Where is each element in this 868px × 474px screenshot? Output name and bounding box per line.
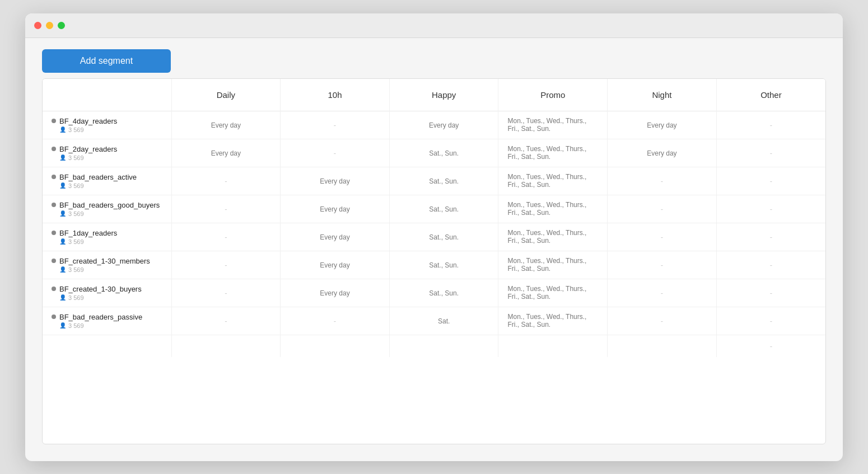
segment-dot (52, 315, 56, 319)
table-row[interactable]: BF_2day_readers 👤 3 569 Every day-Sat., … (43, 139, 825, 167)
segment-name-cell: BF_bad_readers_passive 👤 3 569 (52, 313, 162, 329)
cell-night: - (608, 167, 717, 195)
cell-night: Every day (608, 111, 717, 139)
dash: - (661, 317, 663, 325)
cell-daily: - (171, 279, 281, 307)
segment-count: 3 569 (68, 322, 84, 329)
dash: - (770, 177, 772, 185)
segment-name-cell: BF_bad_readers_active 👤 3 569 (52, 173, 162, 189)
table-row[interactable]: BF_bad_readers_good_buyers 👤 3 569 -Ever… (43, 195, 825, 223)
segment-name-cell: BF_1day_readers 👤 3 569 (52, 229, 162, 245)
dash: - (225, 289, 227, 297)
dash: - (770, 261, 772, 269)
segment-meta: 👤 3 569 (52, 238, 162, 245)
dash: - (225, 177, 227, 185)
cell-daily: Every day (171, 111, 281, 139)
content-area: Add segment Daily 10h Happy Promo Night … (25, 38, 843, 461)
segment-count: 3 569 (68, 182, 84, 189)
days-value: Every day (429, 121, 459, 129)
empty-10h-cell (281, 335, 390, 357)
days-value: Every day (320, 177, 349, 185)
days-value: Every day (647, 121, 676, 129)
col-header-10h: 10h (281, 79, 390, 111)
app-window: Add segment Daily 10h Happy Promo Night … (25, 13, 843, 461)
segment-name: BF_1day_readers (59, 229, 117, 237)
segment-name-cell: BF_bad_readers_good_buyers 👤 3 569 (52, 201, 162, 217)
person-icon: 👤 (59, 154, 66, 161)
table-row[interactable]: BF_created_1-30_members 👤 3 569 -Every d… (43, 251, 825, 279)
cell-daily: - (171, 223, 281, 251)
cell-other: - (716, 195, 825, 223)
empty-other-cell: - (716, 335, 825, 357)
days-value: Sat., Sun. (429, 261, 459, 269)
col-header-happy: Happy (389, 79, 498, 111)
days-value: Every day (320, 289, 349, 297)
days-value: Mon., Tues., Wed., Thurs., Fri., Sat., S… (507, 229, 586, 245)
cell-happy: Sat., Sun. (389, 279, 498, 307)
dash: - (661, 177, 663, 185)
table-row[interactable]: BF_bad_readers_passive 👤 3 569 --Sat.Mon… (43, 307, 825, 335)
cell-other: - (716, 139, 825, 167)
segment-dot (52, 287, 56, 291)
dash: - (661, 233, 663, 241)
days-value: Every day (320, 205, 349, 213)
cell-10h: - (281, 139, 390, 167)
segment-dot (52, 231, 56, 235)
segments-table: Daily 10h Happy Promo Night Other BF_4da… (43, 79, 825, 358)
person-icon: 👤 (59, 322, 66, 328)
cell-happy: Sat., Sun. (389, 139, 498, 167)
table-row[interactable]: BF_bad_readers_active 👤 3 569 -Every day… (43, 167, 825, 195)
dash: - (661, 289, 663, 297)
add-segment-button[interactable]: Add segment (42, 49, 171, 73)
close-button[interactable] (34, 22, 41, 29)
cell-promo: Mon., Tues., Wed., Thurs., Fri., Sat., S… (498, 279, 608, 307)
segment-name: BF_bad_readers_passive (59, 313, 142, 321)
empty-happy-cell (389, 335, 498, 357)
segment-name: BF_bad_readers_active (59, 173, 137, 181)
person-icon: 👤 (59, 266, 66, 273)
col-header-segment (43, 79, 171, 111)
cell-happy: Sat. (389, 307, 498, 335)
empty-promo-cell (498, 335, 608, 357)
dash: - (770, 205, 772, 213)
cell-night: Every day (608, 139, 717, 167)
segment-meta: 👤 3 569 (52, 294, 162, 301)
cell-promo: Mon., Tues., Wed., Thurs., Fri., Sat., S… (498, 223, 608, 251)
person-icon: 👤 (59, 182, 66, 189)
minimize-button[interactable] (46, 22, 53, 29)
cell-other: - (716, 167, 825, 195)
col-header-daily: Daily (171, 79, 281, 111)
cell-promo: Mon., Tues., Wed., Thurs., Fri., Sat., S… (498, 195, 608, 223)
table-row[interactable]: BF_1day_readers 👤 3 569 -Every daySat., … (43, 223, 825, 251)
person-icon: 👤 (59, 210, 66, 217)
segment-name: BF_created_1-30_buyers (59, 285, 142, 293)
cell-daily: - (171, 195, 281, 223)
segment-name: BF_created_1-30_members (59, 257, 150, 265)
cell-night: - (608, 279, 717, 307)
table-row[interactable]: BF_created_1-30_buyers 👤 3 569 -Every da… (43, 279, 825, 307)
segments-table-wrapper: Daily 10h Happy Promo Night Other BF_4da… (42, 78, 826, 444)
cell-other: - (716, 307, 825, 335)
empty-segment-cell (43, 335, 171, 357)
dash: - (770, 317, 772, 325)
days-value: Mon., Tues., Wed., Thurs., Fri., Sat., S… (507, 201, 586, 217)
cell-10h: Every day (281, 167, 390, 195)
cell-10h: - (281, 307, 390, 335)
col-header-other: Other (716, 79, 825, 111)
dash: - (225, 205, 227, 213)
cell-night: - (608, 307, 717, 335)
maximize-button[interactable] (58, 22, 65, 29)
days-value: Mon., Tues., Wed., Thurs., Fri., Sat., S… (507, 173, 586, 189)
cell-other: - (716, 223, 825, 251)
segment-name: BF_bad_readers_good_buyers (59, 201, 160, 209)
cell-promo: Mon., Tues., Wed., Thurs., Fri., Sat., S… (498, 307, 608, 335)
table-row[interactable]: BF_4day_readers 👤 3 569 Every day-Every … (43, 111, 825, 139)
segment-name-cell: BF_2day_readers 👤 3 569 (52, 145, 162, 161)
segment-dot (52, 259, 56, 263)
dash: - (770, 149, 772, 157)
days-value: Sat., Sun. (429, 205, 459, 213)
segment-name-cell: BF_created_1-30_buyers 👤 3 569 (52, 285, 162, 301)
segment-name: BF_4day_readers (59, 117, 117, 125)
cell-daily: Every day (171, 139, 281, 167)
days-value: Mon., Tues., Wed., Thurs., Fri., Sat., S… (507, 285, 586, 301)
